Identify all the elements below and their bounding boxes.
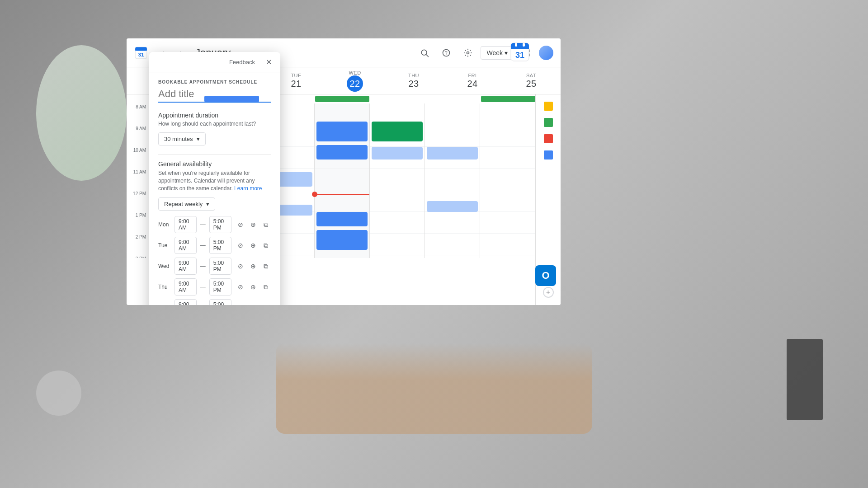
office-app-icon: O [534,264,557,287]
fri-copy-button[interactable]: ⧉ [260,302,271,305]
hands-decoration [276,343,592,434]
day-header-thu: THU 23 [384,67,443,94]
section-divider-1 [158,155,271,155]
duration-value: 30 minutes [164,136,193,142]
duration-chevron-icon: ▾ [197,136,200,142]
calendar-event-thu2[interactable] [372,147,423,160]
duration-subtitle: How long should each appointment last? [158,121,271,127]
gcal-logo-icon: 31 [134,46,148,60]
sidebar-icon-2[interactable] [544,118,553,127]
fri-add-button[interactable]: ⊕ [248,302,259,305]
calendar-event-wed3[interactable] [316,212,368,226]
svg-text:31: 31 [138,52,144,57]
wed-col [315,103,370,258]
day-header-wed: WED 22 [326,67,384,94]
settings-icon [463,48,472,57]
avail-row-fri: Fri 9:00 AM — 5:00 PM ⊘ ⊕ ⧉ [158,299,271,305]
wed-end-time[interactable]: 5:00 PM [209,258,231,275]
svg-text:O: O [542,270,549,281]
sat-col [480,103,535,258]
view-mode-label: Week [486,49,503,56]
allday-event-sat[interactable] [481,96,535,102]
svg-text:31: 31 [515,51,524,60]
appointment-modal: Feedback ✕ BOOKABLE APPOINTMENT SCHEDULE… [149,52,280,305]
mon-start-time[interactable]: 9:00 AM [175,216,197,233]
svg-line-5 [426,54,429,56]
modal-body: BOOKABLE APPOINTMENT SCHEDULE Appointmen… [149,72,280,305]
modal-section-label: BOOKABLE APPOINTMENT SCHEDULE [158,80,271,84]
chevron-down-icon: ▾ [505,49,508,56]
fri-remove-button[interactable]: ⊘ [235,302,246,305]
view-mode-button[interactable]: Week ▾ [481,46,514,60]
tue-start-time[interactable]: 9:00 AM [175,237,197,254]
calendar-event-wed4[interactable] [316,230,368,250]
tue-copy-button[interactable]: ⧉ [260,240,271,251]
all-day-row [149,94,535,103]
availability-desc: Set when you're regularly available for … [158,169,271,192]
svg-rect-17 [515,43,517,47]
feedback-button[interactable]: Feedback [226,57,259,67]
calendar-event-fri1[interactable] [427,147,478,160]
search-button[interactable] [415,44,434,62]
calendar-event-wed2[interactable] [316,145,368,160]
duration-select[interactable]: 30 minutes ▾ [158,132,206,145]
svg-point-8 [467,52,469,54]
thu-add-button[interactable]: ⊕ [248,282,259,292]
time-column: 8 AM 9 AM 10 AM 11 AM 12 PM 1 PM 2 PM 3 … [127,103,149,258]
day-header-sat: SAT 25 [502,67,561,94]
avail-row-tue: Tue 9:00 AM — 5:00 PM ⊘ ⊕ ⧉ [158,237,271,254]
calendar-event-wed1[interactable] [316,122,368,141]
avail-row-wed: Wed 9:00 AM — 5:00 PM ⊘ ⊕ ⧉ [158,258,271,275]
learn-more-link[interactable]: Learn more [234,185,262,192]
thu-copy-button[interactable]: ⧉ [260,282,271,292]
avail-row-mon: Mon 9:00 AM — 5:00 PM ⊘ ⊕ ⧉ [158,216,271,233]
modal-top-bar: Feedback ✕ [149,52,280,72]
day-header-fri: FRI 24 [443,67,502,94]
svg-rect-18 [523,43,525,47]
repeat-chevron-icon: ▾ [206,201,209,207]
repeat-weekly-select[interactable]: Repeat weekly ▾ [158,197,215,211]
pencil-holder [787,339,823,420]
help-button[interactable]: ? [437,44,455,62]
avail-row-thu: Thu 9:00 AM — 5:00 PM ⊘ ⊕ ⧉ [158,278,271,296]
calendar-event-fri2[interactable] [427,201,478,212]
mon-end-time[interactable]: 5:00 PM [209,216,231,233]
wed-copy-button[interactable]: ⧉ [260,261,271,272]
mon-copy-button[interactable]: ⧉ [260,219,271,230]
current-time-indicator [315,192,369,197]
sidebar-icon-1[interactable] [544,102,553,111]
thu-remove-button[interactable]: ⊘ [235,282,246,292]
fri-col [425,103,480,258]
svg-rect-15 [511,47,529,49]
duration-title: Appointment duration [158,112,271,119]
thu-col [370,103,425,258]
availability-title: General availability [158,160,271,168]
thu-end-time[interactable]: 5:00 PM [209,278,231,296]
settings-button[interactable] [459,44,477,62]
sidebar-icon-3[interactable] [544,134,553,143]
fri-start-time[interactable]: 9:00 AM [175,299,197,305]
svg-rect-2 [135,49,147,51]
wed-add-button[interactable]: ⊕ [248,261,259,272]
wed-remove-button[interactable]: ⊘ [235,261,246,272]
calendar-event-thu1[interactable] [372,122,423,141]
mon-remove-button[interactable]: ⊘ [235,219,246,230]
tue-remove-button[interactable]: ⊘ [235,240,246,251]
tue-end-time[interactable]: 5:00 PM [209,237,231,254]
fri-end-time[interactable]: 5:00 PM [209,299,231,305]
user-avatar[interactable] [539,46,553,60]
close-modal-button[interactable]: ✕ [262,56,275,68]
clock-decoration [36,371,81,416]
search-icon [420,48,429,57]
allday-event-mon[interactable] [204,96,259,102]
repeat-label: Repeat weekly [164,201,203,207]
laptop-screen: 31 ‹ › January ? [127,38,561,305]
wed-start-time[interactable]: 9:00 AM [175,258,197,275]
gcal-app-icon: 31 [510,42,530,62]
tue-add-button[interactable]: ⊕ [248,240,259,251]
add-sidebar-button[interactable]: + [543,287,554,298]
mon-add-button[interactable]: ⊕ [248,219,259,230]
allday-event-wed[interactable] [315,96,369,102]
sidebar-icon-4[interactable] [544,150,553,160]
thu-start-time[interactable]: 9:00 AM [175,278,197,296]
